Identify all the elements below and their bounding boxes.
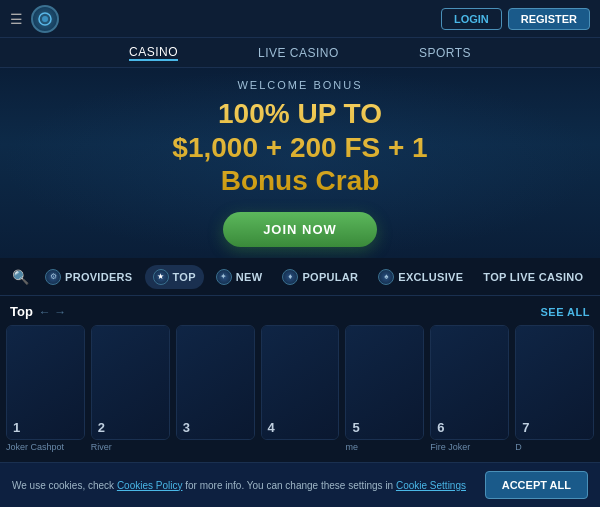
game-card-7[interactable]: 7 — [515, 325, 594, 440]
section-title: Top ← → — [10, 304, 66, 319]
nav-item-sports[interactable]: SPORTS — [419, 46, 471, 60]
game-number-7: 7 — [522, 420, 529, 435]
new-label: NEW — [236, 271, 263, 283]
main-nav: CASINO LIVE CASINO SPORTS — [0, 38, 600, 68]
nav-item-live-casino[interactable]: LIVE CASINO — [258, 46, 339, 60]
top-tab[interactable]: ★ TOP — [145, 265, 204, 289]
popular-tab[interactable]: ♦ POPULAR — [274, 265, 366, 289]
game-number-4: 4 — [268, 420, 275, 435]
game-label-1: Joker Cashpot — [6, 442, 85, 452]
new-icon: ✦ — [216, 269, 232, 285]
svg-point-1 — [42, 16, 48, 22]
login-button[interactable]: LOGIN — [441, 8, 502, 30]
logo-icon — [31, 5, 59, 33]
top-live-casino-tab[interactable]: TOP LIVE CASINO — [475, 267, 591, 287]
game-card-1[interactable]: 1 — [6, 325, 85, 440]
section-title-text: Top — [10, 304, 33, 319]
nav-item-casino[interactable]: CASINO — [129, 45, 178, 61]
header-right: LOGIN REGISTER — [441, 8, 590, 30]
roulette-tab[interactable]: ROULE — [595, 267, 600, 287]
game-card-5[interactable]: 5 — [345, 325, 424, 440]
game-number-1: 1 — [13, 420, 20, 435]
scroll-arrows[interactable]: ← → — [39, 305, 66, 319]
cookie-banner: We use cookies, check Cookies Policy for… — [0, 462, 600, 507]
game-number-6: 6 — [437, 420, 444, 435]
header-left: ☰ — [10, 5, 59, 33]
hero-banner: WELCOME BONUS 100% UP TO $1,000 + 200 FS… — [0, 68, 600, 258]
bonus-title: 100% UP TO $1,000 + 200 FS + 1 Bonus Cra… — [172, 97, 427, 198]
game-card-4[interactable]: 4 — [261, 325, 340, 440]
game-labels-container: Joker Cashpot River me Fire Joker D — [0, 440, 600, 452]
popular-icon: ♦ — [282, 269, 298, 285]
exclusive-icon: ♠ — [378, 269, 394, 285]
game-card-6[interactable]: 6 — [430, 325, 509, 440]
game-label-2: River — [91, 442, 170, 452]
providers-tab[interactable]: ⚙ PROVIDERS — [37, 265, 141, 289]
game-cards-container: 1 2 3 4 5 6 7 — [0, 325, 600, 440]
game-number-5: 5 — [352, 420, 359, 435]
game-label-5: me — [345, 442, 424, 452]
header: ☰ LOGIN REGISTER — [0, 0, 600, 38]
new-tab[interactable]: ✦ NEW — [208, 265, 271, 289]
menu-icon[interactable]: ☰ — [10, 11, 23, 27]
game-number-3: 3 — [183, 420, 190, 435]
welcome-label: WELCOME BONUS — [237, 79, 362, 91]
register-button[interactable]: REGISTER — [508, 8, 590, 30]
game-card-2[interactable]: 2 — [91, 325, 170, 440]
cookie-settings-link[interactable]: Cookie Settings — [396, 480, 466, 491]
exclusive-tab[interactable]: ♠ EXCLUSIVE — [370, 265, 471, 289]
join-now-button[interactable]: JOIN NOW — [223, 212, 377, 247]
see-all-button[interactable]: SEE ALL — [540, 306, 590, 318]
cookies-policy-link[interactable]: Cookies Policy — [117, 480, 183, 491]
section-header: Top ← → SEE ALL — [0, 296, 600, 325]
providers-label: PROVIDERS — [65, 271, 133, 283]
exclusive-label: EXCLUSIVE — [398, 271, 463, 283]
game-card-3[interactable]: 3 — [176, 325, 255, 440]
search-icon[interactable]: 🔍 — [8, 265, 33, 289]
top-live-casino-label: TOP LIVE CASINO — [483, 271, 583, 283]
top-label: TOP — [173, 271, 196, 283]
providers-icon: ⚙ — [45, 269, 61, 285]
game-label-3 — [176, 442, 255, 452]
game-label-6: Fire Joker — [430, 442, 509, 452]
top-icon: ★ — [153, 269, 169, 285]
cookie-text: We use cookies, check Cookies Policy for… — [12, 478, 475, 493]
game-label-4 — [261, 442, 340, 452]
game-number-2: 2 — [98, 420, 105, 435]
popular-label: POPULAR — [302, 271, 358, 283]
game-nav: 🔍 ⚙ PROVIDERS ★ TOP ✦ NEW ♦ POPULAR ♠ EX… — [0, 258, 600, 296]
accept-all-button[interactable]: ACCEPT ALL — [485, 471, 588, 499]
game-label-7: D — [515, 442, 594, 452]
